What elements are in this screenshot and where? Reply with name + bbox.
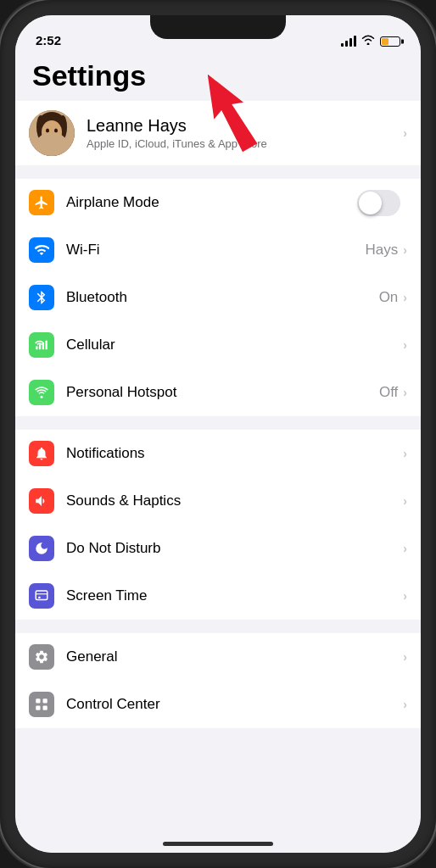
svg-rect-20 xyxy=(43,706,48,710)
avatar-image xyxy=(29,110,75,156)
svg-rect-10 xyxy=(39,344,41,349)
screentime-chevron: › xyxy=(403,589,407,603)
general-section: General › Control xyxy=(15,633,421,728)
bluetooth-item[interactable]: Bluetooth On › xyxy=(15,274,421,321)
controlcenter-icon xyxy=(29,692,54,717)
bluetooth-chevron: › xyxy=(403,291,407,304)
svg-rect-11 xyxy=(42,342,44,349)
cellular-item[interactable]: Cellular › xyxy=(15,321,421,369)
avatar xyxy=(29,110,75,156)
connectivity-section: Airplane Mode Wi-Fi Hays xyxy=(15,179,421,416)
wifi-chevron: › xyxy=(403,243,407,257)
notifications-section: Notifications › Sounds & Haptics › xyxy=(15,430,421,620)
phone-frame: 2:52 xyxy=(0,0,436,868)
svg-rect-18 xyxy=(43,698,48,703)
screentime-item[interactable]: Screen Time › xyxy=(15,572,421,620)
svg-point-13 xyxy=(41,396,43,398)
bluetooth-icon xyxy=(29,285,54,310)
status-time: 2:52 xyxy=(36,33,61,47)
wifi-label: Wi-Fi xyxy=(66,242,366,259)
donotdisturb-item[interactable]: Do Not Disturb › xyxy=(15,525,421,572)
svg-rect-16 xyxy=(38,597,40,598)
screentime-icon xyxy=(29,583,54,609)
controlcenter-item[interactable]: Control Center › xyxy=(15,681,421,728)
wifi-status-icon xyxy=(361,35,375,47)
general-chevron: › xyxy=(403,650,407,664)
svg-rect-19 xyxy=(36,706,40,710)
donotdisturb-icon xyxy=(29,536,54,561)
sounds-item[interactable]: Sounds & Haptics › xyxy=(15,477,421,525)
wifi-icon xyxy=(29,237,54,263)
svg-point-6 xyxy=(54,129,58,133)
battery-fill xyxy=(382,38,388,45)
donotdisturb-label: Do Not Disturb xyxy=(66,540,403,557)
sounds-label: Sounds & Haptics xyxy=(66,492,403,509)
notifications-group: Notifications › Sounds & Haptics › xyxy=(15,430,421,620)
profile-name: Leanne Hays xyxy=(87,116,403,136)
toggle-knob xyxy=(359,192,382,214)
svg-rect-14 xyxy=(36,591,48,600)
general-label: General xyxy=(66,648,403,665)
cellular-chevron: › xyxy=(403,338,407,352)
status-icons xyxy=(341,35,400,47)
svg-point-7 xyxy=(35,147,69,156)
svg-rect-12 xyxy=(46,341,48,350)
profile-item[interactable]: Leanne Hays Apple ID, iCloud, iTunes & A… xyxy=(15,101,421,165)
svg-rect-9 xyxy=(36,347,37,350)
notifications-chevron: › xyxy=(403,447,407,460)
notch xyxy=(150,15,286,39)
airplane-mode-item[interactable]: Airplane Mode xyxy=(15,179,421,226)
signal-icon xyxy=(341,36,356,47)
cellular-label: Cellular xyxy=(66,337,403,353)
svg-point-4 xyxy=(42,120,62,144)
phone-screen: 2:52 xyxy=(15,15,421,853)
sounds-icon xyxy=(29,488,54,514)
hotspot-item[interactable]: Personal Hotspot Off › xyxy=(15,369,421,416)
page-title: Settings xyxy=(15,53,421,101)
profile-text: Leanne Hays Apple ID, iCloud, iTunes & A… xyxy=(87,116,403,150)
gap-1 xyxy=(15,172,421,179)
svg-point-5 xyxy=(46,129,49,133)
svg-rect-17 xyxy=(36,698,40,703)
profile-group: Leanne Hays Apple ID, iCloud, iTunes & A… xyxy=(15,101,421,165)
profile-chevron: › xyxy=(403,126,407,140)
profile-subtitle: Apple ID, iCloud, iTunes & App Store xyxy=(87,137,403,150)
connectivity-group: Airplane Mode Wi-Fi Hays xyxy=(15,179,421,416)
bluetooth-label: Bluetooth xyxy=(66,289,379,306)
donotdisturb-chevron: › xyxy=(403,542,407,555)
airplane-mode-icon xyxy=(29,190,54,215)
controlcenter-chevron: › xyxy=(403,698,407,711)
hotspot-label: Personal Hotspot xyxy=(66,384,379,401)
bluetooth-value: On xyxy=(379,289,399,306)
notifications-item[interactable]: Notifications › xyxy=(15,430,421,477)
screentime-label: Screen Time xyxy=(66,587,403,604)
battery-icon xyxy=(380,36,400,47)
sounds-chevron: › xyxy=(403,494,407,508)
screen-content: Settings xyxy=(15,53,421,853)
general-icon xyxy=(29,644,54,670)
notifications-icon xyxy=(29,441,54,466)
airplane-mode-toggle[interactable] xyxy=(357,190,400,216)
hotspot-chevron: › xyxy=(403,386,407,399)
gap-2 xyxy=(15,423,421,430)
profile-section: Leanne Hays Apple ID, iCloud, iTunes & A… xyxy=(15,101,421,165)
airplane-mode-label: Airplane Mode xyxy=(66,194,357,211)
general-group: General › Control xyxy=(15,633,421,728)
controlcenter-label: Control Center xyxy=(66,696,403,713)
gap-3 xyxy=(15,626,421,633)
home-indicator xyxy=(163,842,273,846)
general-item[interactable]: General › xyxy=(15,633,421,681)
notifications-label: Notifications xyxy=(66,445,403,462)
wifi-item[interactable]: Wi-Fi Hays › xyxy=(15,226,421,274)
wifi-value: Hays xyxy=(366,242,399,259)
cellular-icon xyxy=(29,332,54,358)
hotspot-value: Off xyxy=(379,384,398,401)
hotspot-icon xyxy=(29,380,54,405)
